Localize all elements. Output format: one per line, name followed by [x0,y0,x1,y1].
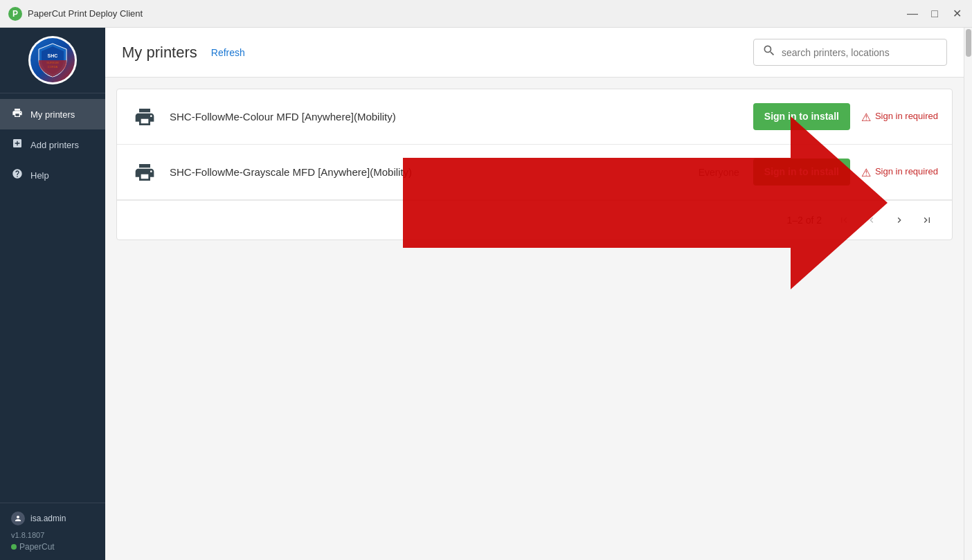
prev-page-button[interactable] [861,209,883,231]
minimize-button[interactable]: — [906,7,919,21]
sidebar: SHC SURSUM CORDA My printers [0,28,105,560]
sidebar-item-my-printers[interactable]: My printers [0,99,105,129]
app-body: SHC SURSUM CORDA My printers [0,28,972,560]
scrollbar[interactable] [964,28,972,560]
user-row: isa.admin [11,512,94,525]
printer-name-1: SHC-FollowMe-Colour MFD [Anywhere](Mobil… [170,111,739,123]
printer-list: SHC-FollowMe-Colour MFD [Anywhere](Mobil… [105,78,964,560]
maximize-button[interactable]: □ [928,7,942,21]
refresh-link[interactable]: Refresh [211,47,245,58]
sign-required-text-2: Sign in required [875,165,938,178]
main-header: My printers Refresh [105,28,964,78]
title-bar-left: P PaperCut Print Deploy Client [8,7,143,21]
papercut-brand-label: PaperCut [19,542,55,552]
svg-text:SHC: SHC [48,53,58,58]
logo-inner: SHC SURSUM CORDA [30,38,75,82]
username-label: isa.admin [30,514,66,523]
printer-icon-2 [131,159,159,186]
title-bar: P PaperCut Print Deploy Client — □ ✕ [0,0,972,28]
shield-svg: SHC SURSUM CORDA [36,42,69,78]
next-page-button[interactable] [888,209,910,231]
sign-required-2: ⚠ Sign in required [861,165,938,179]
warning-icon-1: ⚠ [861,111,871,124]
printer-name-2: SHC-FollowMe-Grayscale MFD [Anywhere](Mo… [170,166,699,178]
close-button[interactable]: ✕ [950,7,964,21]
papercut-brand: PaperCut [11,542,94,552]
sidebar-label-help: Help [30,170,49,181]
sidebar-item-help[interactable]: Help [0,160,105,190]
search-icon [762,44,776,61]
app-icon: P [8,7,22,21]
papercut-dot [11,544,17,550]
sign-in-button-1[interactable]: Sign in to install [753,103,850,129]
app-title: PaperCut Print Deploy Client [28,8,143,19]
sign-required-1: ⚠ Sign in required [861,110,938,124]
user-avatar [11,512,25,525]
version-text: v1.8.1807 [11,531,94,539]
logo-circle: SHC SURSUM CORDA [28,36,77,84]
warning-icon-2: ⚠ [861,166,871,179]
help-icon [11,168,24,182]
sidebar-item-add-printers[interactable]: Add printers [0,129,105,160]
search-input[interactable] [782,47,938,58]
scroll-thumb [966,29,971,57]
printer-table: SHC-FollowMe-Colour MFD [Anywhere](Mobil… [116,89,953,240]
printer-row-1: SHC-FollowMe-Colour MFD [Anywhere](Mobil… [117,89,952,145]
printer-list-container: SHC-FollowMe-Colour MFD [Anywhere](Mobil… [105,89,964,240]
main-content: My printers Refresh SHC-F [105,28,964,560]
printer-icon-1 [131,103,159,131]
last-page-button[interactable] [916,209,938,231]
first-page-button[interactable] [833,209,855,231]
sidebar-label-my-printers: My printers [30,109,75,120]
header-left: My printers Refresh [122,44,245,62]
printer-audience-2: Everyone [699,167,739,178]
window-controls: — □ ✕ [906,7,964,21]
search-bar [753,39,947,66]
sidebar-label-add-printers: Add printers [30,140,79,150]
sidebar-nav: My printers Add printers Help [0,93,105,503]
pagination-row: 1–2 of 2 [117,200,952,240]
sidebar-logo: SHC SURSUM CORDA [0,28,105,93]
page-info: 1–2 of 2 [786,215,822,226]
printer-icon [11,107,24,121]
page-title: My printers [122,44,197,62]
sign-required-text-1: Sign in required [875,110,938,123]
sign-in-button-2[interactable]: Sign in to install [753,159,850,185]
add-icon [11,138,24,152]
sidebar-bottom: isa.admin v1.8.1807 PaperCut [0,503,105,560]
printer-row-2: SHC-FollowMe-Grayscale MFD [Anywhere](Mo… [117,145,952,200]
